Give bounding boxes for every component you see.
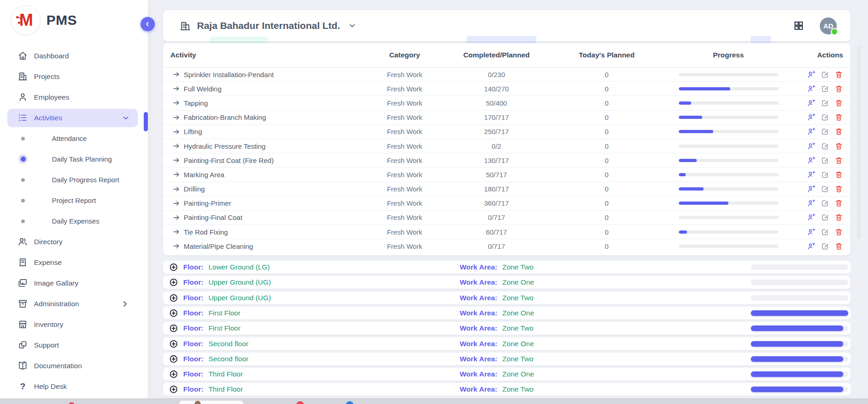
- sidebar-subitem-daily-expenses[interactable]: Daily Expenses: [0, 211, 148, 231]
- user-avatar[interactable]: AD: [820, 17, 837, 34]
- assign-user-button[interactable]: [807, 242, 816, 251]
- assign-user-button[interactable]: [807, 99, 816, 107]
- assign-user-button[interactable]: [807, 113, 816, 122]
- expand-plus-icon[interactable]: [169, 339, 178, 348]
- expand-plus-icon[interactable]: [169, 278, 178, 287]
- activity-cell[interactable]: Drilling: [170, 185, 363, 193]
- apps-grid-icon[interactable]: [793, 20, 804, 31]
- completed-planned-cell: 0/717: [446, 242, 547, 250]
- arrow-right-icon: [173, 200, 180, 207]
- expand-plus-icon[interactable]: [169, 324, 178, 333]
- activity-cell[interactable]: Marking Area: [170, 171, 363, 179]
- sidebar-item-activities-pill[interactable]: Activities: [7, 109, 138, 127]
- activity-cell[interactable]: Full Welding: [170, 85, 363, 93]
- floor-label: Floor:: [183, 309, 203, 317]
- expand-plus-icon[interactable]: [169, 309, 178, 318]
- sidebar-item-directory[interactable]: Directory: [0, 231, 148, 252]
- assign-user-button[interactable]: [807, 142, 816, 151]
- edit-button[interactable]: [821, 127, 829, 136]
- assign-user-button[interactable]: [807, 127, 816, 136]
- delete-button[interactable]: [834, 185, 843, 193]
- edit-button[interactable]: [821, 199, 829, 208]
- sidebar-item-help-desk[interactable]: ?Help Desk: [0, 376, 148, 397]
- delete-button[interactable]: [834, 113, 843, 122]
- activity-cell[interactable]: Hydraulic Pressure Testing: [170, 142, 363, 150]
- edit-button[interactable]: [821, 70, 829, 79]
- sidebar-collapse-button[interactable]: [141, 17, 155, 31]
- sidebar-subitem-daily-progress-report[interactable]: Daily Progress Report: [0, 169, 148, 190]
- delete-button[interactable]: [834, 213, 843, 222]
- sidebar-item-inventory[interactable]: Inventory: [0, 314, 148, 335]
- delete-button[interactable]: [834, 99, 843, 107]
- taskbar-red-icon[interactable]: [69, 402, 74, 404]
- edit-button[interactable]: [821, 213, 829, 222]
- sidebar-item-administration[interactable]: Administration: [0, 293, 148, 314]
- edit-button[interactable]: [821, 242, 829, 251]
- activity-cell[interactable]: Painting-Final Coat: [170, 213, 363, 221]
- assign-user-button[interactable]: [807, 84, 816, 93]
- assign-user-button[interactable]: [807, 213, 816, 222]
- delete-button[interactable]: [834, 170, 843, 179]
- delete-button[interactable]: [834, 127, 843, 136]
- edit-button[interactable]: [821, 84, 829, 93]
- assign-user-button[interactable]: [807, 199, 816, 208]
- progress-bar: [679, 216, 778, 219]
- edit-button[interactable]: [821, 185, 829, 193]
- delete-button[interactable]: [834, 242, 843, 251]
- sidebar-item-label: Dashboard: [34, 52, 69, 60]
- sidebar-item-employees[interactable]: Employees: [0, 87, 148, 107]
- assign-user-button[interactable]: [807, 228, 816, 236]
- taskbar-red-icon[interactable]: [296, 401, 304, 404]
- sidebar-subitem-project-report[interactable]: Project Report: [0, 190, 148, 211]
- assign-user-button[interactable]: [807, 185, 816, 193]
- edit-button[interactable]: [821, 170, 829, 179]
- activity-cell[interactable]: Fabrication-Branch Making: [170, 113, 363, 121]
- taskbar-avatar-icon[interactable]: [195, 401, 201, 404]
- sidebar-item-activities[interactable]: Activities: [0, 107, 148, 128]
- expand-plus-icon[interactable]: [169, 263, 178, 272]
- expand-plus-icon[interactable]: [169, 293, 178, 303]
- delete-button[interactable]: [834, 142, 843, 151]
- category-cell: Fresh Work: [363, 113, 446, 121]
- sidebar-item-projects[interactable]: Projects: [0, 66, 148, 87]
- delete-button[interactable]: [834, 228, 843, 236]
- edit-button[interactable]: [821, 113, 829, 122]
- activity-cell[interactable]: Tapping: [170, 99, 363, 107]
- sidebar-item-support[interactable]: Support: [0, 335, 148, 355]
- taskbar-pill[interactable]: [179, 400, 243, 404]
- company-selector[interactable]: Raja Bahadur International Ltd.: [180, 20, 357, 32]
- sidebar-item-documentation[interactable]: Documentation: [0, 355, 148, 376]
- delete-button[interactable]: [834, 70, 843, 79]
- progress-cell: [666, 87, 790, 90]
- activity-cell[interactable]: Tie Rod Fixing: [170, 228, 363, 236]
- activity-cell[interactable]: Painting-Primer: [170, 199, 363, 207]
- sidebar-subitem-daily-task-planning[interactable]: Daily Task Planning: [0, 149, 148, 169]
- sidebar-item-expense[interactable]: Expense: [0, 252, 148, 273]
- expand-plus-icon[interactable]: [169, 370, 178, 379]
- edit-button[interactable]: [821, 142, 829, 151]
- expand-plus-icon[interactable]: [169, 385, 178, 394]
- expand-plus-icon[interactable]: [169, 354, 178, 364]
- edit-button[interactable]: [821, 99, 829, 107]
- column-header-activity: Activity: [170, 51, 363, 59]
- sidebar-item-image-gallary[interactable]: Image Gallary: [0, 273, 148, 293]
- scrollbar[interactable]: [857, 46, 861, 239]
- activity-cell[interactable]: Material/Pipe Cleaning: [170, 242, 363, 250]
- edit-button[interactable]: [821, 228, 829, 236]
- assign-user-button[interactable]: [807, 156, 816, 165]
- assign-user-button[interactable]: [807, 170, 816, 179]
- assign-user-button[interactable]: [807, 70, 816, 79]
- delete-button[interactable]: [834, 156, 843, 165]
- store-icon: [17, 319, 28, 330]
- sidebar-item-dashboard[interactable]: Dashboard: [0, 45, 148, 66]
- activity-cell[interactable]: Lifting: [170, 128, 363, 135]
- delete-button[interactable]: [834, 84, 843, 93]
- activity-cell[interactable]: Sprinkler Installation-Pendant: [170, 71, 363, 79]
- arrow-right-icon: [173, 214, 180, 221]
- taskbar-blue-icon[interactable]: [346, 401, 354, 404]
- activity-cell[interactable]: Painting-First Coat (Fire Red): [170, 157, 363, 164]
- sidebar-subitem-attendance[interactable]: Attendance: [0, 128, 148, 149]
- delete-button[interactable]: [834, 199, 843, 208]
- edit-button[interactable]: [821, 156, 829, 165]
- sidebar-nav: DashboardProjectsEmployeesActivitiesAtte…: [0, 40, 148, 397]
